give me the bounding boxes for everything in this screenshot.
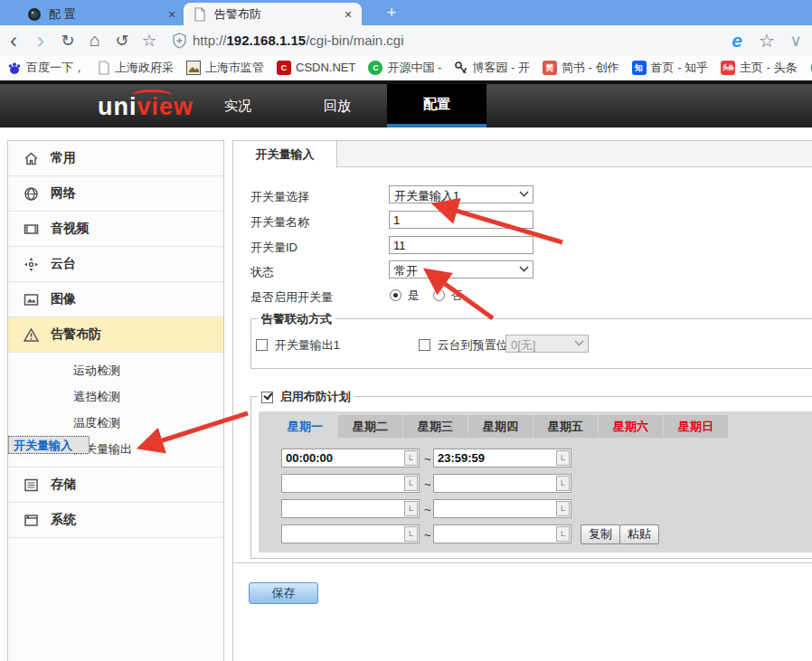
time-end-input-4[interactable] — [433, 524, 571, 543]
range-tilde: ~ — [424, 528, 431, 542]
time-start-input-4[interactable] — [281, 524, 420, 543]
ptz-preset-checkbox[interactable] — [419, 339, 430, 351]
sidebar-subitem-alarm-input[interactable]: 开关量输入 — [8, 436, 90, 454]
tab-close-icon[interactable]: × — [164, 7, 180, 22]
ie-icon[interactable]: e — [722, 30, 752, 52]
time-start-input-1[interactable] — [281, 449, 420, 467]
alarm-select-dropdown[interactable]: 开关量输入1 — [389, 185, 533, 203]
range-tilde: ~ — [424, 477, 431, 491]
copy-button[interactable]: 复制 — [581, 524, 620, 544]
star-icon[interactable]: ☆ — [136, 31, 163, 51]
weektab-sun[interactable]: 星期日 — [664, 415, 729, 438]
sidebar-item-storage[interactable]: 存储 — [8, 467, 223, 503]
radio-no[interactable] — [433, 289, 445, 301]
plan-panel: 星期一 星期二 星期三 星期四 星期五 星期六 星期日 L ~ L L ~ L … — [259, 411, 812, 552]
time-end-input-2[interactable] — [433, 474, 571, 493]
time-end-input-1[interactable] — [433, 449, 571, 467]
bookmark-jianshu[interactable]: 简 简书 - 创作 — [543, 60, 619, 76]
time-picker-icon[interactable]: L — [404, 476, 418, 491]
sidebar-item-common[interactable]: 常用 — [8, 141, 223, 176]
time-start-input-3[interactable] — [281, 499, 420, 518]
time-start-3[interactable]: L — [281, 499, 420, 518]
sidebar-item-ptz[interactable]: 云台 — [8, 247, 223, 282]
time-end-1[interactable]: L — [433, 449, 571, 467]
time-picker-icon[interactable]: L — [404, 526, 418, 542]
tab-alarm-input[interactable]: 开关量输入 — [233, 141, 337, 168]
weektab-mon[interactable]: 星期一 — [273, 415, 338, 438]
alarm-submenu: 运动检测 遮挡检测 温度检测 开关量输入 开关量输出 — [8, 353, 223, 467]
nav-live[interactable]: 实况 — [188, 84, 288, 127]
output1-checkbox[interactable] — [256, 339, 268, 351]
time-end-input-3[interactable] — [433, 499, 571, 518]
time-picker-icon[interactable]: L — [404, 501, 418, 516]
sidebar-item-alarm[interactable]: 告警布防 — [8, 317, 223, 353]
chevron-down-icon[interactable]: ∨ — [781, 31, 810, 51]
linkage-ptz: 云台到预置位 — [419, 337, 508, 354]
nav-config[interactable]: 配置 — [387, 84, 486, 127]
time-end-4[interactable]: L — [433, 524, 571, 543]
plan-enable-checkbox[interactable] — [261, 392, 273, 403]
paste-button[interactable]: 粘贴 — [619, 524, 659, 544]
range-tilde: ~ — [424, 503, 431, 516]
weektab-wed[interactable]: 星期三 — [403, 415, 468, 438]
browser-tab-config[interactable]: 配 置 × — [18, 3, 185, 25]
sidebar-subitem-motion[interactable]: 运动检测 — [8, 357, 223, 383]
shield-icon[interactable] — [172, 33, 187, 49]
time-picker-icon[interactable]: L — [556, 450, 570, 466]
bookmark-toutiao[interactable]: 头条 主页 - 头条 — [721, 60, 798, 76]
time-picker-icon[interactable]: L — [556, 501, 570, 516]
sidebar-item-system[interactable]: 系统 — [8, 503, 223, 538]
bookmark-csdn[interactable]: C CSDN.NET — [277, 61, 355, 75]
forward-icon[interactable]: › — [27, 28, 54, 53]
new-tab-button[interactable]: + — [380, 2, 403, 24]
back-icon[interactable]: ‹ — [0, 28, 27, 53]
enable-label: 是否启用开关量 — [250, 289, 333, 306]
weektab-fri[interactable]: 星期五 — [533, 415, 599, 438]
address-bar[interactable]: http://192.168.1.15/cgi-bin/main.cgi — [193, 33, 722, 48]
system-window-icon — [24, 513, 39, 528]
logo-uni: uni — [98, 93, 137, 120]
time-start-1[interactable]: L — [281, 449, 420, 467]
zhihu-icon: 知 — [632, 61, 647, 75]
time-picker-icon[interactable]: L — [556, 526, 570, 542]
bookmark-oschina[interactable]: C 开源中国 - — [368, 60, 441, 76]
sidebar-subitem-temperature[interactable]: 温度检测 — [8, 410, 223, 436]
sidebar-item-network[interactable]: 网络 — [8, 176, 223, 212]
bookmark-cnblogs[interactable]: 博客园 - 开 — [454, 60, 530, 76]
alarm-id-input[interactable] — [389, 236, 533, 254]
sidebar-item-av[interactable]: 音视频 — [8, 212, 223, 247]
ptz-icon — [24, 257, 39, 272]
bookmark-zhihu[interactable]: 知 首页 - 知乎 — [632, 60, 709, 76]
time-start-2[interactable]: L — [281, 474, 420, 493]
bookmark-baidu[interactable]: 百度一下， — [7, 60, 85, 76]
preset-value: 0[无] — [511, 338, 535, 352]
time-end-2[interactable]: L — [433, 474, 571, 493]
bookmark-star-icon[interactable]: ☆ — [752, 30, 781, 52]
time-start-input-2[interactable] — [281, 474, 420, 493]
browser-tab-alarm[interactable]: 告警布防 × — [184, 3, 362, 25]
weektab-sat[interactable]: 星期六 — [599, 415, 664, 438]
time-end-3[interactable]: L — [433, 499, 571, 518]
nav-playback[interactable]: 回放 — [288, 84, 387, 127]
preset-dropdown[interactable]: 0[无] — [505, 335, 589, 353]
save-button[interactable]: 保存 — [249, 582, 318, 604]
reload-icon[interactable]: ↻ — [54, 31, 81, 51]
sidebar-item-image[interactable]: 图像 — [8, 282, 223, 317]
weektab-thu[interactable]: 星期四 — [468, 415, 533, 438]
time-picker-icon[interactable]: L — [404, 450, 418, 466]
weektab-tue[interactable]: 星期二 — [338, 415, 403, 438]
status-dropdown[interactable]: 常开 — [389, 260, 533, 279]
alarm-select-value: 开关量输入1 — [394, 189, 459, 203]
sidebar-subitem-tamper[interactable]: 遮挡检测 — [8, 383, 223, 410]
restore-icon[interactable]: ↺ — [109, 31, 136, 51]
status-value: 常开 — [394, 264, 418, 278]
time-start-4[interactable]: L — [281, 524, 420, 543]
radio-yes[interactable] — [390, 289, 401, 301]
enable-radio-group: 是 否 — [390, 288, 463, 304]
time-picker-icon[interactable]: L — [556, 476, 570, 491]
bookmark-shjg[interactable]: 上海市监管 — [186, 60, 264, 76]
bookmark-shgov[interactable]: 上海政府采 — [98, 60, 174, 76]
alarm-name-input[interactable] — [389, 211, 533, 229]
tab-close-icon[interactable]: × — [340, 7, 356, 22]
home-icon[interactable]: ⌂ — [81, 30, 109, 51]
